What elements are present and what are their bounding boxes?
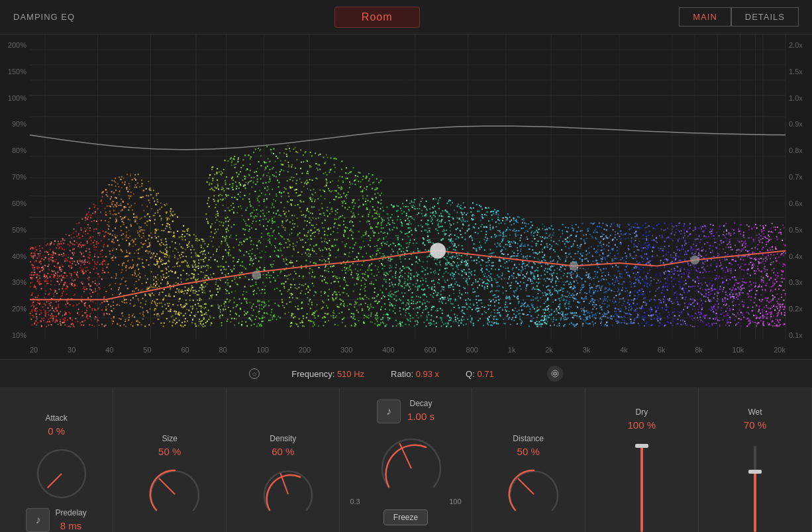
dry-slider-handle[interactable] xyxy=(635,444,648,448)
spectrum-settings-icon[interactable] xyxy=(547,366,563,382)
density-value: 60 % xyxy=(272,446,294,457)
x-axis: 20 30 40 50 60 80 100 200 300 400 600 80… xyxy=(30,346,786,354)
svg-point-6 xyxy=(556,374,557,375)
density-label: Density xyxy=(270,434,296,443)
svg-line-9 xyxy=(159,478,175,494)
header: DAMPING EQ Room MAIN DETAILS xyxy=(0,0,812,34)
details-tab[interactable]: DETAILS xyxy=(731,7,799,27)
density-knob[interactable] xyxy=(256,462,309,515)
wet-value: 70 % xyxy=(744,419,766,431)
y-axis-left: 200% 150% 100% 90% 80% 70% 60% 50% 40% 3… xyxy=(0,34,30,359)
density-group: Density 60 % xyxy=(227,388,340,532)
eq-display[interactable]: 200% 150% 100% 90% 80% 70% 60% 50% 40% 3… xyxy=(0,34,812,359)
decay-min: 0.3 xyxy=(350,498,360,505)
svg-point-5 xyxy=(554,374,556,376)
eq-node-icon[interactable]: ◇ xyxy=(249,368,260,379)
info-bar: ◇ Frequency: 510 Hz Ratio: 0.93 x Q: 0.7… xyxy=(0,359,812,388)
attack-value: 0 % xyxy=(48,425,65,437)
size-knob-arc xyxy=(143,462,207,526)
decay-sync-btn[interactable]: ♪ xyxy=(377,399,401,423)
svg-point-1 xyxy=(553,372,554,374)
distance-group: Distance 50 % xyxy=(472,388,585,532)
ratio-value: 0.93 x xyxy=(416,369,439,379)
preset-name: Room xyxy=(362,11,393,23)
dry-slider[interactable] xyxy=(640,436,643,532)
attack-knob[interactable] xyxy=(30,442,83,495)
q-value: 0.71 xyxy=(477,369,493,379)
svg-point-2 xyxy=(554,372,556,373)
frequency-display: Frequency: 510 Hz xyxy=(291,369,364,379)
plugin-title: DAMPING EQ xyxy=(13,12,75,22)
decay-group: ♪ Decay 1.00 s 0.3 100 Freeze xyxy=(340,388,472,532)
controls-panel: Attack 0 % ♪ Predelay 8 ms Size 50 % xyxy=(0,388,812,532)
decay-max: 100 xyxy=(449,498,461,505)
dry-value: 100 % xyxy=(628,419,656,431)
wet-slider-handle[interactable] xyxy=(748,470,762,474)
decay-knob-arc xyxy=(373,430,450,507)
density-knob-arc xyxy=(256,462,320,526)
wet-slider[interactable] xyxy=(754,436,756,532)
y-axis-right: 2.0x 1.5x 1.0x 0.9x 0.8x 0.7x 0.6x 0.5x … xyxy=(786,34,812,359)
dry-slider-track xyxy=(640,446,643,532)
decay-value: 1.00 s xyxy=(407,411,434,422)
size-knob[interactable] xyxy=(143,462,196,515)
main-tab[interactable]: MAIN xyxy=(679,7,731,27)
dry-group: Dry 100 % xyxy=(585,388,699,532)
size-value: 50 % xyxy=(158,446,181,457)
decay-label: Decay xyxy=(407,399,434,408)
wet-label: Wet xyxy=(748,407,762,417)
svg-point-4 xyxy=(553,374,554,375)
distance-label: Distance xyxy=(513,434,544,443)
predelay-sync-btn[interactable]: ♪ xyxy=(26,508,50,532)
frequency-value: 510 Hz xyxy=(337,369,364,379)
distance-knob-arc xyxy=(502,462,566,526)
wet-slider-fill xyxy=(754,472,756,532)
attack-knob-arc xyxy=(30,442,93,505)
distance-knob[interactable] xyxy=(502,462,555,515)
size-group: Size 50 % xyxy=(113,388,227,532)
view-tabs: MAIN DETAILS xyxy=(679,7,799,27)
svg-point-0 xyxy=(552,370,558,377)
ratio-display: Ratio: 0.93 x xyxy=(391,369,439,379)
predelay-label: Predelay xyxy=(55,508,86,517)
size-label: Size xyxy=(162,434,178,443)
dry-label: Dry xyxy=(635,407,648,417)
distance-value: 50 % xyxy=(517,446,540,457)
decay-knob[interactable] xyxy=(373,430,439,496)
wet-slider-track xyxy=(754,446,756,532)
attack-label: Attack xyxy=(45,413,67,423)
dry-slider-fill xyxy=(640,446,643,532)
svg-line-12 xyxy=(518,478,534,494)
predelay-value: 8 ms xyxy=(55,520,86,531)
svg-line-8 xyxy=(48,474,62,488)
svg-point-3 xyxy=(556,372,557,374)
wet-group: Wet 70 % xyxy=(699,388,812,532)
freeze-button[interactable]: Freeze xyxy=(383,509,428,525)
preset-display[interactable]: Room xyxy=(334,7,420,28)
attack-group: Attack 0 % ♪ Predelay 8 ms xyxy=(0,388,113,532)
q-display: Q: 0.71 xyxy=(466,369,494,379)
